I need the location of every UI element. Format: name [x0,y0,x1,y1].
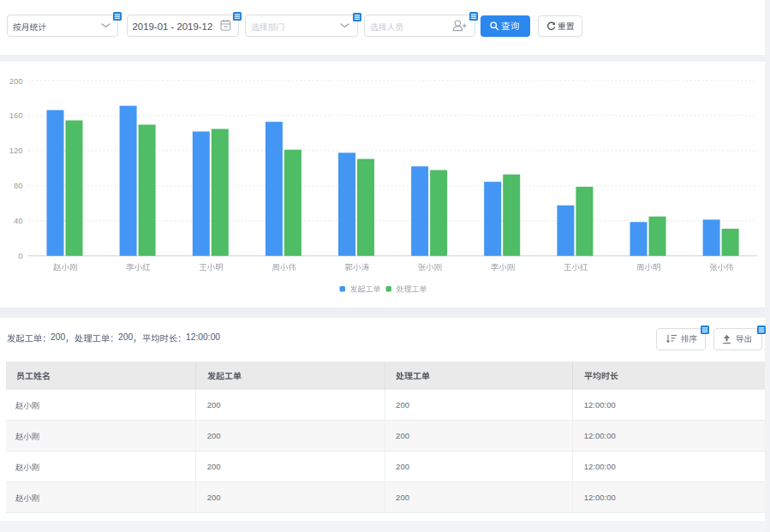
svg-text:120: 120 [9,146,23,155]
svg-text:40: 40 [14,216,23,225]
svg-text:80: 80 [14,181,23,190]
svg-text:0: 0 [18,251,22,260]
svg-text:160: 160 [9,111,23,120]
svg-text:200: 200 [9,76,23,86]
